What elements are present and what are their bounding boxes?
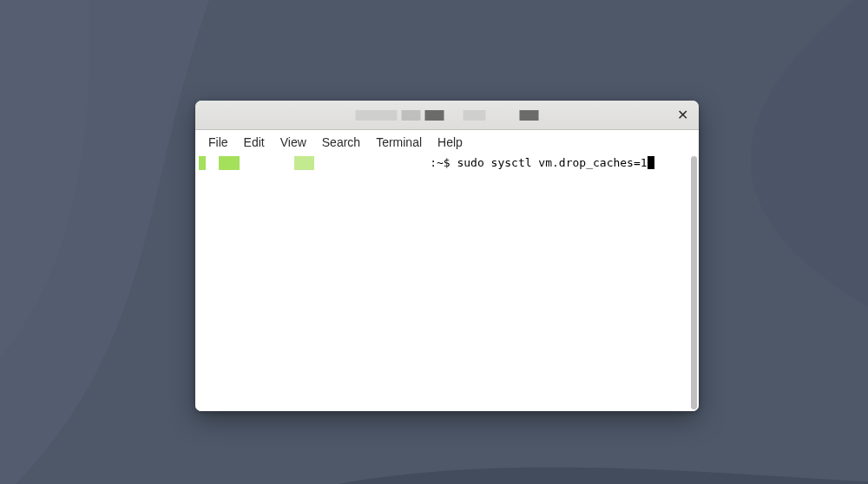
vertical-scrollbar[interactable] — [689, 154, 699, 411]
menubar: File Edit View Search Terminal Help — [195, 130, 699, 154]
prompt-host-redacted: aaa — [294, 156, 314, 170]
terminal-window: ✕ File Edit View Search Terminal Help a … — [195, 101, 699, 411]
menu-file[interactable]: File — [201, 133, 236, 152]
text-cursor — [648, 156, 654, 169]
close-button[interactable]: ✕ — [673, 106, 692, 125]
menu-search[interactable]: Search — [314, 133, 368, 152]
prompt-user-redacted: aaa — [219, 156, 239, 170]
window-title — [356, 110, 539, 121]
window-titlebar[interactable]: ✕ — [195, 101, 699, 130]
menu-edit[interactable]: Edit — [236, 133, 273, 152]
menu-terminal[interactable]: Terminal — [368, 133, 430, 152]
scrollbar-thumb[interactable] — [691, 156, 697, 409]
terminal-output[interactable]: a aaa aaa :~$ sudo sysctl vm.drop_caches… — [195, 154, 689, 411]
prompt-user-redacted: a — [199, 156, 206, 170]
command-text: sudo sysctl vm.drop_caches=1 — [457, 156, 647, 169]
close-icon: ✕ — [677, 107, 688, 123]
prompt-line: a aaa aaa :~$ sudo sysctl vm.drop_caches… — [199, 156, 686, 170]
menu-view[interactable]: View — [273, 133, 314, 152]
terminal-area: a aaa aaa :~$ sudo sysctl vm.drop_caches… — [195, 154, 699, 411]
menu-help[interactable]: Help — [430, 133, 470, 152]
prompt-tail: :~$ — [430, 156, 457, 169]
